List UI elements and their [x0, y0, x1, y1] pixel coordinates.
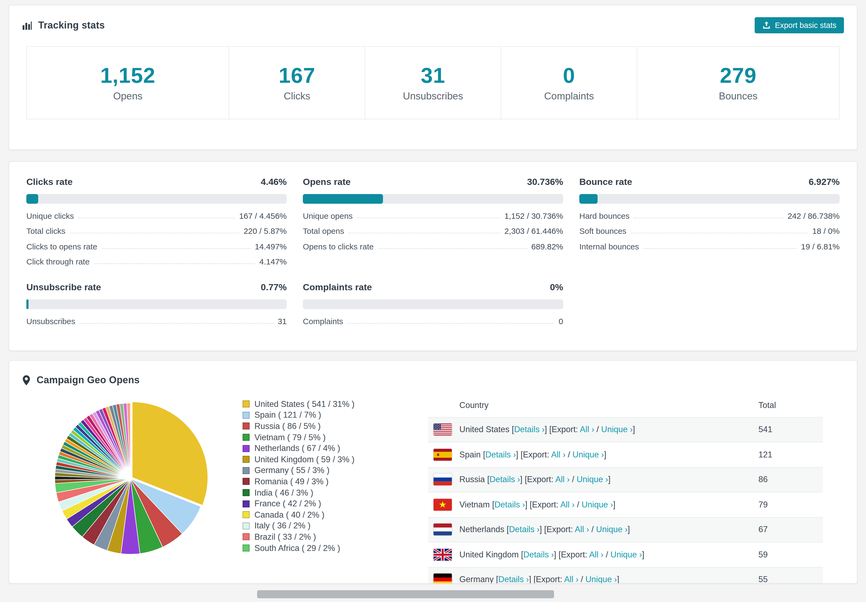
- country-total: 86: [759, 475, 817, 485]
- dotted-leader: [631, 233, 808, 234]
- export-unique-link[interactable]: Unique ›: [611, 550, 642, 559]
- stat-line-value: 0: [559, 317, 563, 326]
- legend-item: Canada ( 40 / 2% ): [242, 509, 428, 520]
- legend-swatch: [242, 545, 250, 552]
- legend-item: India ( 46 / 3% ): [242, 487, 428, 498]
- horizontal-scrollbar-thumb[interactable]: [257, 590, 554, 598]
- country-cell: Vietnam [Details ›] [Export: All › / Uni…: [459, 500, 759, 509]
- details-link[interactable]: Details ›: [514, 425, 545, 434]
- details-link[interactable]: Details ›: [523, 550, 554, 559]
- details-link[interactable]: Details ›: [485, 450, 516, 459]
- legend-swatch: [242, 412, 250, 419]
- export-all-link[interactable]: All ›: [589, 550, 603, 559]
- stat-line-value: 242 / 86.738%: [788, 211, 840, 220]
- geo-body: United States ( 541 / 31% )Spain ( 121 /…: [9, 391, 857, 583]
- stat-line-label: Total opens: [303, 226, 344, 236]
- legend-label: Germany ( 55 / 3% ): [254, 466, 329, 475]
- rate-block: Complaints rate 0% Complaints0: [303, 282, 563, 329]
- legend-label: South Africa ( 29 / 2% ): [254, 543, 340, 553]
- legend-item: Netherlands ( 67 / 4% ): [242, 443, 428, 454]
- country-total: 541: [759, 425, 817, 435]
- stat-line-label: Unique clicks: [26, 211, 74, 220]
- stat-label: Clicks: [284, 90, 310, 102]
- export-unique-link[interactable]: Unique ›: [596, 525, 627, 534]
- stat-box: 279 Bounces: [637, 46, 840, 119]
- legend-swatch: [242, 478, 250, 485]
- details-link[interactable]: Details ›: [490, 475, 520, 484]
- rate-stat-line: Total opens2,303 / 61.446%: [303, 223, 563, 239]
- dotted-leader: [643, 248, 797, 249]
- legend-label: Russia ( 86 / 5% ): [254, 421, 321, 431]
- details-link[interactable]: Details ›: [498, 575, 529, 584]
- country-cell: Russia [Details ›] [Export: All › / Uniq…: [459, 475, 759, 485]
- stat-label: Opens: [113, 90, 143, 102]
- pie-legend: United States ( 541 / 31% )Spain ( 121 /…: [242, 399, 428, 554]
- country-total: 79: [759, 500, 817, 509]
- dotted-leader: [94, 264, 255, 264]
- export-unique-link[interactable]: Unique ›: [601, 425, 633, 434]
- tracking-stats-title: Tracking stats: [38, 20, 105, 31]
- rate-stat-line: Unique opens1,152 / 30.736%: [303, 208, 563, 223]
- map-pin-icon: [22, 374, 31, 386]
- stat-box: 0 Complaints: [501, 46, 638, 119]
- legend-label: India ( 46 / 3% ): [254, 488, 313, 498]
- legend-swatch: [242, 467, 250, 474]
- vn-flag-icon: [433, 499, 452, 511]
- legend-label: Romania ( 49 / 3% ): [254, 477, 329, 486]
- page-content: Tracking stats Export basic stats 1,152 …: [0, 0, 866, 583]
- legend-swatch: [242, 489, 250, 496]
- export-unique-link[interactable]: Unique ›: [581, 500, 613, 509]
- country-name: Netherlands: [459, 525, 504, 534]
- rate-rows: Unique opens1,152 / 30.736%Total opens2,…: [303, 208, 563, 254]
- stat-label: Complaints: [544, 90, 594, 102]
- dotted-leader: [378, 248, 527, 249]
- export-unique-link[interactable]: Unique ›: [576, 475, 608, 484]
- stat-line-value: 689.82%: [531, 242, 563, 251]
- rate-head: Opens rate 30.736%: [303, 177, 563, 188]
- stat-line-value: 220 / 5.87%: [244, 226, 287, 236]
- rate-title: Clicks rate: [26, 177, 72, 188]
- rate-title: Complaints rate: [303, 282, 372, 293]
- campaign-geo-opens-card: Campaign Geo Opens United States ( 541 /…: [9, 360, 857, 583]
- stat-line-label: Opens to clicks rate: [303, 242, 373, 251]
- export-basic-stats-button[interactable]: Export basic stats: [754, 17, 844, 33]
- stat-value: 1,152: [100, 64, 156, 86]
- stat-value: 0: [563, 64, 575, 86]
- export-all-link[interactable]: All ›: [575, 525, 589, 534]
- rate-stat-line: Complaints0: [303, 313, 563, 329]
- country-column-header: Country: [433, 400, 759, 410]
- legend-swatch: [242, 511, 250, 518]
- export-all-link[interactable]: All ›: [555, 475, 570, 484]
- geo-table-row: Russia [Details ›] [Export: All › / Uniq…: [428, 467, 823, 492]
- dotted-leader: [357, 218, 500, 218]
- legend-item: Brazil ( 33 / 2% ): [242, 531, 428, 542]
- legend-swatch: [242, 533, 250, 541]
- country-total: 121: [759, 450, 817, 460]
- country-cell: United States [Details ›] [Export: All ›…: [459, 425, 759, 435]
- rate-stat-line: Hard bounces242 / 86.738%: [579, 208, 840, 223]
- rate-title: Unsubscribe rate: [26, 282, 101, 293]
- rate-progress-track: [579, 194, 840, 204]
- export-unique-link[interactable]: Unique ›: [573, 450, 604, 459]
- export-label: Export:: [536, 575, 562, 584]
- geo-table-body: United States [Details ›] [Export: All ›…: [428, 417, 823, 583]
- legend-label: Netherlands ( 67 / 4% ): [254, 443, 340, 453]
- legend-item: Vietnam ( 79 / 5% ): [242, 432, 428, 443]
- dotted-leader: [80, 323, 274, 324]
- country-name: Vietnam: [459, 500, 490, 509]
- stat-line-value: 1,152 / 30.736%: [504, 211, 563, 220]
- legend-label: Italy ( 36 / 2% ): [254, 521, 310, 531]
- export-unique-link[interactable]: Unique ›: [586, 575, 617, 584]
- export-all-link[interactable]: All ›: [551, 450, 565, 459]
- geo-pie-chart: [51, 399, 210, 559]
- stat-line-label: Unique opens: [303, 211, 353, 220]
- details-link[interactable]: Details ›: [509, 525, 540, 534]
- export-all-link[interactable]: All ›: [580, 425, 594, 434]
- stat-box: 1,152 Opens: [26, 46, 229, 119]
- details-link[interactable]: Details ›: [494, 500, 525, 509]
- rate-value: 0%: [550, 282, 563, 293]
- export-all-link[interactable]: All ›: [564, 575, 578, 584]
- stat-line-label: Internal bounces: [579, 242, 639, 251]
- export-all-link[interactable]: All ›: [560, 500, 575, 509]
- total-column-header: Total: [759, 400, 817, 410]
